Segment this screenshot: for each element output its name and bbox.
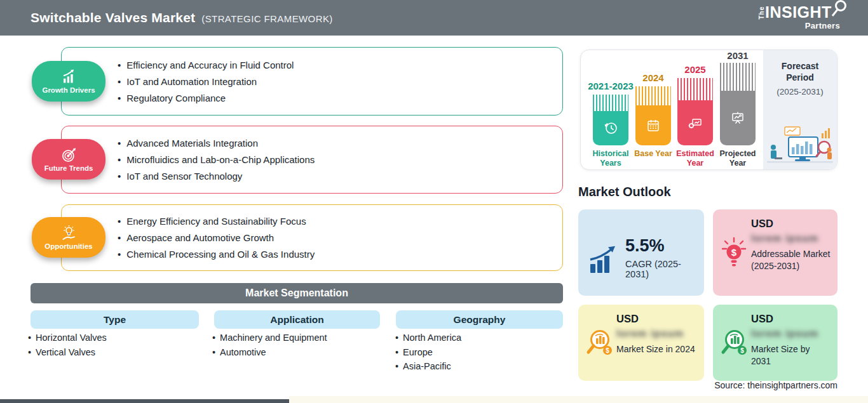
bar-stripes <box>677 78 713 100</box>
redacted-value: lorem ipsum <box>751 233 831 244</box>
future-trends-box: Advanced Materials Integration Microflui… <box>61 126 563 194</box>
list-item: Chemical Processing and Oil & Gas Indust… <box>118 249 562 260</box>
year-label: 2031 <box>709 50 766 61</box>
header-titles: Switchable Valves Market (STRATEGIC FRAM… <box>31 10 333 25</box>
growth-chart-arrow-icon <box>588 245 619 274</box>
segment-header-application: Application <box>214 310 380 329</box>
market-size-2031-card: $ USD lorem ipsum Market Size by 2031 <box>713 305 837 381</box>
type-list: Horizontal Valves Vertical Valves <box>28 333 107 357</box>
forecast-period-title: Forecast Period <box>773 60 827 83</box>
bar-stripes <box>593 95 628 111</box>
list-item: Energy Efficiency and Sustainability Foc… <box>118 216 562 227</box>
list-item: Machinery and Equipment <box>212 333 327 343</box>
forecast-period-panel: Forecast Period (2025-2031) <box>763 50 837 169</box>
list-item: North America <box>395 333 461 343</box>
page-title: Switchable Valves Market <box>31 10 195 25</box>
calendar-icon <box>645 117 661 134</box>
card-label: Market Size in 2024 <box>616 343 696 355</box>
list-item: Horizontal Valves <box>28 333 107 343</box>
insight-partners-logo: The INSIGHT Partners <box>757 4 840 30</box>
application-list: Machinery and Equipment Automotive <box>212 333 327 357</box>
presentation-chart-icon <box>729 110 746 126</box>
addressable-market-card: $ USD lorem ipsum Addressable Market (20… <box>713 209 837 296</box>
future-trends-badge: Future Trends <box>32 139 105 180</box>
geography-list: North America Europe Asia-Pacific <box>395 333 461 371</box>
logo-partners: Partners <box>757 21 840 30</box>
card-text: USD lorem ipsum Market Size in 2024 <box>616 313 696 355</box>
badge-label: Growth Drivers <box>42 86 95 94</box>
card-text: USD lorem ipsum Addressable Market (2025… <box>751 218 831 273</box>
card-text: USD lorem ipsum Market Size by 2031 <box>751 313 831 368</box>
magnifier-chart-dollar-icon: $ <box>719 327 751 359</box>
analytics-illustration <box>766 124 834 166</box>
clock-history-icon <box>602 120 619 136</box>
svg-text:$: $ <box>740 347 744 354</box>
segment-header-type: Type <box>31 310 199 329</box>
card-label: Addressable Market (2025-2031) <box>751 248 831 273</box>
bar-chart-growth-icon <box>60 69 78 86</box>
list-item: Aerospace and Automotive Growth <box>118 232 562 243</box>
page-subtitle: (STRATEGIC FRAMEWORK) <box>201 13 332 24</box>
estimated-year-bar <box>677 78 713 145</box>
bar-body <box>593 111 628 145</box>
base-year-bar <box>635 86 671 145</box>
growth-drivers-badge: Growth Drivers <box>32 61 105 102</box>
list-item: IoT and Automation Integration <box>118 76 562 87</box>
market-outlook-title: Market Outlook <box>578 185 671 199</box>
logo-row: The INSIGHT <box>757 4 840 20</box>
segmentation-title-bar: Market Segmentation <box>31 283 563 303</box>
segment-header-geography: Geography <box>396 310 563 329</box>
opportunities-box: Energy Efficiency and Sustainability Foc… <box>61 204 563 271</box>
source-attribution: Source: theinsightpartners.com <box>714 380 837 390</box>
cagr-label: CAGR (2025-2031) <box>625 259 704 279</box>
opportunities-badge: Opportunities <box>32 217 105 258</box>
magnifier-chart-dollar-icon: $ <box>585 327 616 359</box>
redacted-value: lorem ipsum <box>616 328 696 340</box>
bar-stripes <box>635 86 671 105</box>
svg-text:$: $ <box>731 247 737 258</box>
list-item: Europe <box>395 347 461 357</box>
list-item: Advanced Materials Integration <box>118 138 562 149</box>
card-label: Market Size by 2031 <box>751 343 831 368</box>
gear-chart-icon <box>687 115 703 131</box>
cagr-value: 5.5% <box>625 236 665 256</box>
year-name: Projected Year <box>714 149 761 169</box>
svg-text:$: $ <box>606 347 609 354</box>
magnifier-lens-icon <box>830 0 848 20</box>
year-name: Historical Years <box>587 149 634 169</box>
bottom-strip-light <box>289 396 868 403</box>
cagr-card: 5.5% CAGR (2025-2031) <box>578 209 704 296</box>
list-item: Efficiency and Accuracy in Fluid Control <box>118 60 562 70</box>
badge-label: Opportunities <box>44 242 92 250</box>
list-item: Asia-Pacific <box>395 361 461 371</box>
bulb-dollar-icon: $ <box>719 236 749 269</box>
list-item: IoT and Sensor Technology <box>118 171 562 182</box>
year-name: Estimated Year <box>672 149 719 169</box>
bar-body <box>720 91 756 145</box>
hand-bulb-icon <box>60 225 78 242</box>
badge-label: Future Trends <box>44 164 93 172</box>
currency-label: USD <box>751 218 831 230</box>
growth-drivers-box: Efficiency and Accuracy in Fluid Control… <box>61 47 563 116</box>
infographic-canvas: Switchable Valves Market (STRATEGIC FRAM… <box>0 0 868 403</box>
currency-label: USD <box>616 313 696 325</box>
bar-body <box>677 100 713 145</box>
market-size-2024-card: $ USD lorem ipsum Market Size in 2024 <box>578 305 704 381</box>
projected-year-bar <box>720 63 756 145</box>
currency-label: USD <box>751 313 831 325</box>
list-item: Microfluidics and Lab-on-a-Chip Applicat… <box>118 154 562 165</box>
bar-body <box>635 105 671 145</box>
timeline-card: Forecast Period (2025-2031) 2021-2023 <box>580 50 837 170</box>
bottom-strip-dark <box>0 399 289 403</box>
year-label: 2025 <box>667 64 724 75</box>
list-item: Vertical Valves <box>28 347 107 357</box>
logo-the: The <box>758 12 765 20</box>
bar-stripes <box>720 63 756 91</box>
header-bar: Switchable Valves Market (STRATEGIC FRAM… <box>0 0 868 36</box>
list-item: Regulatory Compliance <box>118 93 562 103</box>
year-name: Base Year <box>630 149 677 159</box>
redacted-value: lorem ipsum <box>751 328 831 340</box>
target-dart-icon <box>60 147 78 164</box>
historical-years-bar <box>593 95 628 145</box>
logo-insight: INSIGHT <box>765 4 832 20</box>
